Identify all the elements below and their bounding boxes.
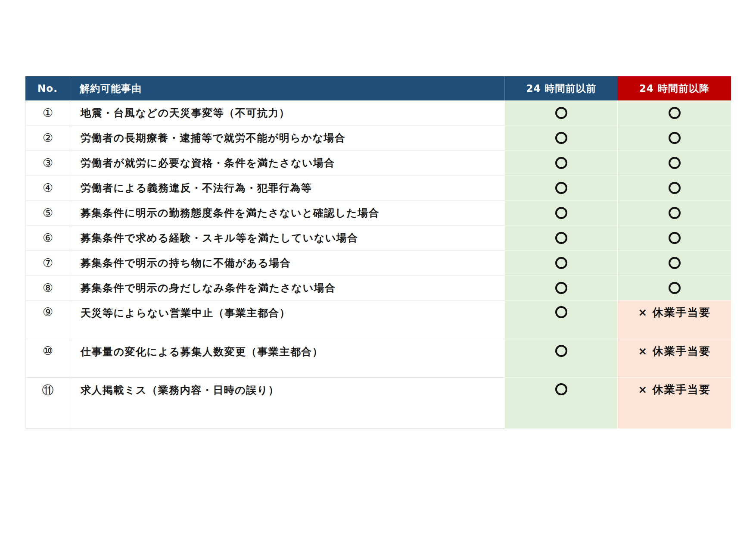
table-row: ⑥ 募集条件で求める経験・スキル等を満たしていない場合 (25, 225, 731, 250)
before-24h-cell (505, 339, 618, 378)
row-number-cell: ⑧ (25, 275, 70, 300)
ok-circle-mark (555, 306, 567, 318)
table-row: ⑧ 募集条件で明示の身だしなみ条件を満たさない場合 (25, 275, 731, 300)
before-24h-cell (505, 125, 618, 150)
ok-circle-mark (669, 107, 681, 119)
after-24h-cell: × 休業手当要 (618, 300, 731, 339)
table-row: ④ 労働者による義務違反・不法行為・犯罪行為等 (25, 175, 731, 200)
cancellation-table: No. 解約可能事由 24 時間前以前 24 時間前以降 ① 地震・台風などの天… (25, 76, 731, 429)
ok-circle-mark (669, 282, 681, 294)
reason-cell: 労働者による義務違反・不法行為・犯罪行為等 (70, 175, 505, 200)
row-number-cell: ⑩ (25, 339, 70, 378)
table-header-row: No. 解約可能事由 24 時間前以前 24 時間前以降 (25, 76, 731, 100)
header-after-24h: 24 時間前以降 (618, 76, 731, 100)
reason-cell: 募集条件で明示の持ち物に不備がある場合 (70, 250, 505, 275)
after-24h-cell (618, 225, 731, 250)
table-row: ⑦ 募集条件で明示の持ち物に不備がある場合 (25, 250, 731, 275)
before-24h-cell (505, 175, 618, 200)
ok-circle-mark (555, 257, 567, 269)
after-24h-cell (618, 275, 731, 300)
reason-cell: 仕事量の変化による募集人数変更（事業主都合） (70, 339, 505, 378)
table-row: ⑩ 仕事量の変化による募集人数変更（事業主都合） × 休業手当要 (25, 339, 731, 378)
ok-circle-mark (669, 207, 681, 219)
reason-cell: 募集条件で明示の身だしなみ条件を満たさない場合 (70, 275, 505, 300)
after-24h-cell: × 休業手当要 (618, 339, 731, 378)
before-24h-cell (505, 250, 618, 275)
table-row: ⑤ 募集条件に明示の勤務態度条件を満たさないと確認した場合 (25, 200, 731, 225)
ok-circle-mark (555, 107, 567, 119)
before-24h-cell (505, 200, 618, 225)
header-no: No. (25, 76, 70, 100)
before-24h-cell (505, 100, 618, 125)
ok-circle-mark (555, 232, 567, 244)
reason-cell: 求人掲載ミス（業務内容・日時の誤り） (70, 378, 505, 429)
table-row: ① 地震・台風などの天災事変等（不可抗力） (25, 100, 731, 125)
reason-cell: 労働者が就労に必要な資格・条件を満たさない場合 (70, 150, 505, 175)
before-24h-cell (505, 378, 618, 429)
header-before-24h: 24 時間前以前 (505, 76, 618, 100)
row-number-cell: ⑦ (25, 250, 70, 275)
table-row: ⑨ 天災等によらない営業中止（事業主都合） × 休業手当要 (25, 300, 731, 339)
table-row: ⑪ 求人掲載ミス（業務内容・日時の誤り） × 休業手当要 (25, 378, 731, 429)
after-24h-cell (618, 150, 731, 175)
reason-cell: 募集条件に明示の勤務態度条件を満たさないと確認した場合 (70, 200, 505, 225)
table-body: ① 地震・台風などの天災事変等（不可抗力） ② 労働者の長期療養・逮捕等で就労不… (25, 100, 731, 429)
ng-cross-mark: × 休業手当要 (638, 306, 711, 319)
ok-circle-mark (669, 182, 681, 194)
ok-circle-mark (669, 132, 681, 144)
after-24h-cell (618, 100, 731, 125)
after-24h-cell: × 休業手当要 (618, 378, 731, 429)
ok-circle-mark (555, 383, 567, 395)
ng-cross-mark: × 休業手当要 (638, 383, 711, 396)
row-number-cell: ④ (25, 175, 70, 200)
ok-circle-mark (555, 182, 567, 194)
page: No. 解約可能事由 24 時間前以前 24 時間前以降 ① 地震・台風などの天… (0, 0, 756, 535)
before-24h-cell (505, 275, 618, 300)
table-row: ② 労働者の長期療養・逮捕等で就労不能が明らかな場合 (25, 125, 731, 150)
row-number-cell: ⑨ (25, 300, 70, 339)
ok-circle-mark (555, 157, 567, 169)
ng-cross-mark: × 休業手当要 (638, 345, 711, 358)
ok-circle-mark (669, 232, 681, 244)
reason-cell: 労働者の長期療養・逮捕等で就労不能が明らかな場合 (70, 125, 505, 150)
row-number-cell: ⑤ (25, 200, 70, 225)
row-number-cell: ② (25, 125, 70, 150)
reason-cell: 天災等によらない営業中止（事業主都合） (70, 300, 505, 339)
after-24h-cell (618, 125, 731, 150)
reason-cell: 募集条件で求める経験・スキル等を満たしていない場合 (70, 225, 505, 250)
row-number-cell: ① (25, 100, 70, 125)
before-24h-cell (505, 225, 618, 250)
before-24h-cell (505, 150, 618, 175)
reason-cell: 地震・台風などの天災事変等（不可抗力） (70, 100, 505, 125)
after-24h-cell (618, 250, 731, 275)
ok-circle-mark (555, 282, 567, 294)
row-number-cell: ⑪ (25, 378, 70, 429)
header-reason: 解約可能事由 (70, 76, 505, 100)
ok-circle-mark (669, 157, 681, 169)
row-number-cell: ③ (25, 150, 70, 175)
ok-circle-mark (555, 345, 567, 357)
after-24h-cell (618, 175, 731, 200)
table-row: ③ 労働者が就労に必要な資格・条件を満たさない場合 (25, 150, 731, 175)
ok-circle-mark (669, 257, 681, 269)
ok-circle-mark (555, 207, 567, 219)
row-number-cell: ⑥ (25, 225, 70, 250)
after-24h-cell (618, 200, 731, 225)
ok-circle-mark (555, 132, 567, 144)
before-24h-cell (505, 300, 618, 339)
